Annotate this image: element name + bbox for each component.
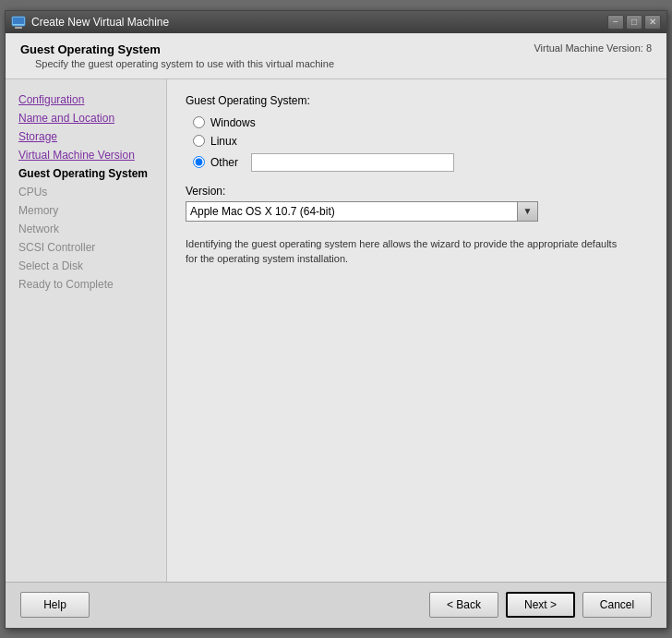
sidebar-item-scsi: SCSI Controller [6, 238, 166, 257]
version-section: Version: Apple Mac OS X 10.7 (64-bit)App… [186, 185, 648, 222]
sidebar-item-storage[interactable]: Storage [6, 127, 166, 146]
windows-label: Windows [210, 116, 256, 129]
sidebar-item-select-disk: Select a Disk [6, 257, 166, 275]
window-title: Create New Virtual Machine [31, 16, 169, 29]
other-text-input[interactable] [251, 153, 454, 172]
next-button[interactable]: Next > [506, 592, 575, 618]
sidebar-item-name-location[interactable]: Name and Location [6, 109, 166, 127]
svg-rect-1 [15, 27, 22, 29]
close-button[interactable]: ✕ [644, 15, 661, 30]
sidebar-item-memory: Memory [6, 201, 166, 220]
sidebar-item-cpus: CPUs [6, 183, 166, 201]
header-section: Guest Operating System Specify the guest… [6, 33, 666, 79]
linux-label: Linux [210, 135, 237, 148]
guest-os-section-label: Guest Operating System: [186, 94, 648, 107]
sidebar-item-configuration[interactable]: Configuration [6, 90, 166, 109]
other-radio-row: Other [193, 153, 648, 172]
svg-rect-2 [13, 18, 24, 24]
help-button[interactable]: Help [20, 592, 90, 618]
cancel-button[interactable]: Cancel [582, 592, 652, 618]
footer: Help < Back Next > Cancel [6, 582, 666, 628]
windows-radio-row: Windows [193, 116, 648, 129]
sidebar-item-ready: Ready to Complete [6, 275, 166, 294]
title-bar: Create New Virtual Machine − □ ✕ [6, 11, 666, 33]
other-radio[interactable] [193, 156, 205, 168]
main-window: Create New Virtual Machine − □ ✕ Guest O… [5, 10, 667, 629]
vm-version-label: Virtual Machine Version: 8 [534, 42, 652, 54]
page-subtitle: Specify the guest operating system to us… [35, 58, 334, 69]
window-icon [11, 15, 26, 30]
other-label: Other [210, 156, 238, 169]
select-arrow-icon: ▼ [518, 201, 538, 222]
content-area: Configuration Name and Location Storage … [6, 79, 666, 582]
linux-radio[interactable] [193, 135, 205, 147]
sidebar-item-network: Network [6, 220, 166, 238]
os-radio-group: Windows Linux Other [193, 116, 648, 172]
windows-radio[interactable] [193, 116, 205, 128]
sidebar-item-vm-version[interactable]: Virtual Machine Version [6, 146, 166, 164]
sidebar-item-guest-os: Guest Operating System [6, 164, 166, 183]
back-button[interactable]: < Back [429, 592, 498, 618]
sidebar: Configuration Name and Location Storage … [6, 79, 167, 582]
description-text: Identifying the guest operating system h… [186, 236, 629, 267]
page-title: Guest Operating System [20, 42, 334, 56]
version-select[interactable]: Apple Mac OS X 10.7 (64-bit)Apple Mac OS… [186, 201, 518, 222]
minimize-button[interactable]: − [607, 15, 624, 30]
version-label: Version: [186, 185, 648, 198]
maximize-button[interactable]: □ [626, 15, 642, 30]
linux-radio-row: Linux [193, 135, 648, 148]
main-panel: Guest Operating System: Windows Linux Ot… [167, 79, 666, 582]
